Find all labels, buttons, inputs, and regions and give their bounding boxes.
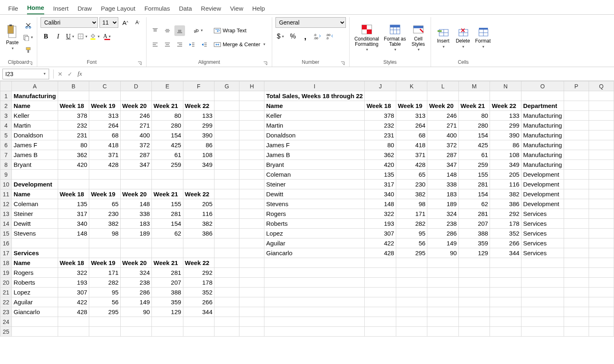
- italic-button[interactable]: I: [53, 31, 63, 42]
- accounting-format-button[interactable]: $▼: [275, 31, 286, 42]
- cell[interactable]: 61: [152, 150, 183, 160]
- formula-input[interactable]: [85, 69, 614, 79]
- cell[interactable]: Rogers: [264, 209, 365, 219]
- cell[interactable]: [396, 278, 427, 288]
- cell[interactable]: 238: [427, 219, 458, 229]
- cell[interactable]: [365, 288, 396, 297]
- cell[interactable]: Week 18: [58, 101, 89, 111]
- cell[interactable]: 205: [183, 199, 214, 209]
- cell[interactable]: [152, 170, 183, 180]
- cell[interactable]: Name: [12, 258, 58, 268]
- row-header[interactable]: 11: [0, 189, 12, 199]
- cell[interactable]: 287: [120, 150, 151, 160]
- merge-center-button[interactable]: Merge & Center▼: [211, 39, 269, 50]
- cell[interactable]: 264: [396, 121, 427, 130]
- cell[interactable]: [589, 288, 614, 297]
- insert-cells-button[interactable]: Insert▼: [434, 25, 452, 49]
- cell[interactable]: 135: [58, 199, 89, 209]
- cell[interactable]: 324: [120, 268, 151, 278]
- cell[interactable]: Total Sales, Weeks 18 through 22: [264, 91, 365, 101]
- row-header[interactable]: 17: [0, 248, 12, 258]
- cell[interactable]: Week 20: [120, 101, 151, 111]
- enter-formula-button[interactable]: ✓: [65, 69, 75, 79]
- cell[interactable]: 286: [120, 288, 151, 297]
- cell[interactable]: Week 19: [396, 101, 427, 111]
- cell[interactable]: [239, 101, 264, 111]
- cell[interactable]: 280: [152, 121, 183, 130]
- cell[interactable]: 68: [396, 130, 427, 140]
- comma-format-button[interactable]: ,: [300, 31, 311, 42]
- cell[interactable]: [239, 199, 264, 209]
- cell[interactable]: Services: [521, 209, 564, 219]
- cell[interactable]: [214, 258, 239, 268]
- cell[interactable]: Services: [521, 238, 564, 248]
- row-header[interactable]: 23: [0, 307, 12, 317]
- cell[interactable]: [58, 170, 89, 180]
- cell[interactable]: [214, 140, 239, 150]
- cell[interactable]: 189: [427, 199, 458, 209]
- cell[interactable]: [458, 288, 490, 297]
- cell[interactable]: [264, 317, 365, 327]
- cell[interactable]: 62: [458, 199, 490, 209]
- cell[interactable]: 108: [490, 150, 521, 160]
- cell[interactable]: Donaldson: [264, 130, 365, 140]
- cell[interactable]: 420: [58, 160, 89, 170]
- cell[interactable]: 420: [365, 160, 396, 170]
- cell[interactable]: [152, 238, 183, 248]
- align-right-button[interactable]: [174, 39, 185, 50]
- cell[interactable]: Name: [264, 101, 365, 111]
- cell[interactable]: 359: [458, 238, 490, 248]
- cell[interactable]: 280: [458, 121, 490, 130]
- cell[interactable]: 400: [427, 130, 458, 140]
- align-middle-button[interactable]: [162, 25, 173, 36]
- cell[interactable]: [239, 317, 264, 327]
- cell[interactable]: [589, 307, 614, 317]
- cell[interactable]: Coleman: [12, 199, 58, 209]
- cell[interactable]: 390: [183, 130, 214, 140]
- cell[interactable]: [564, 327, 589, 337]
- cell[interactable]: 178: [490, 219, 521, 229]
- cell[interactable]: 207: [152, 278, 183, 288]
- cell[interactable]: [589, 91, 614, 101]
- cell[interactable]: 80: [58, 140, 89, 150]
- increase-font-button[interactable]: A^: [120, 17, 131, 28]
- row-header[interactable]: 8: [0, 160, 12, 170]
- cell[interactable]: Week 21: [152, 101, 183, 111]
- cell[interactable]: 418: [396, 140, 427, 150]
- cell[interactable]: [152, 317, 183, 327]
- cell[interactable]: Manufacturing: [521, 130, 564, 140]
- cell[interactable]: 271: [427, 121, 458, 130]
- cell[interactable]: 129: [458, 248, 490, 258]
- cell[interactable]: 193: [365, 219, 396, 229]
- cell[interactable]: 359: [152, 297, 183, 307]
- cell[interactable]: [564, 219, 589, 229]
- cell[interactable]: [589, 150, 614, 160]
- cell[interactable]: 207: [458, 219, 490, 229]
- row-header[interactable]: 16: [0, 238, 12, 248]
- cell[interactable]: [264, 258, 365, 268]
- cell[interactable]: 388: [152, 288, 183, 297]
- dialog-launcher-icon[interactable]: [263, 61, 268, 66]
- cell[interactable]: 155: [152, 199, 183, 209]
- cell[interactable]: [214, 130, 239, 140]
- cell[interactable]: 148: [58, 229, 89, 238]
- cell[interactable]: [58, 327, 89, 337]
- row-header[interactable]: 25: [0, 327, 12, 337]
- cell[interactable]: 400: [120, 130, 151, 140]
- cell-styles-button[interactable]: Cell Styles▼: [409, 22, 427, 52]
- font-size-select[interactable]: 11: [99, 17, 118, 28]
- cell[interactable]: 86: [183, 140, 214, 150]
- number-format-select[interactable]: General: [275, 17, 346, 28]
- format-cells-button[interactable]: Format▼: [474, 25, 492, 49]
- cell[interactable]: 286: [427, 229, 458, 238]
- cell[interactable]: [183, 91, 214, 101]
- cell[interactable]: 149: [120, 297, 151, 307]
- cell[interactable]: [589, 297, 614, 307]
- cell[interactable]: 266: [490, 238, 521, 248]
- cell[interactable]: 386: [183, 229, 214, 238]
- cell[interactable]: Week 19: [89, 101, 120, 111]
- cell[interactable]: [564, 91, 589, 101]
- cell[interactable]: 422: [58, 297, 89, 307]
- cell[interactable]: 299: [183, 121, 214, 130]
- orientation-button[interactable]: ab▼: [193, 25, 203, 36]
